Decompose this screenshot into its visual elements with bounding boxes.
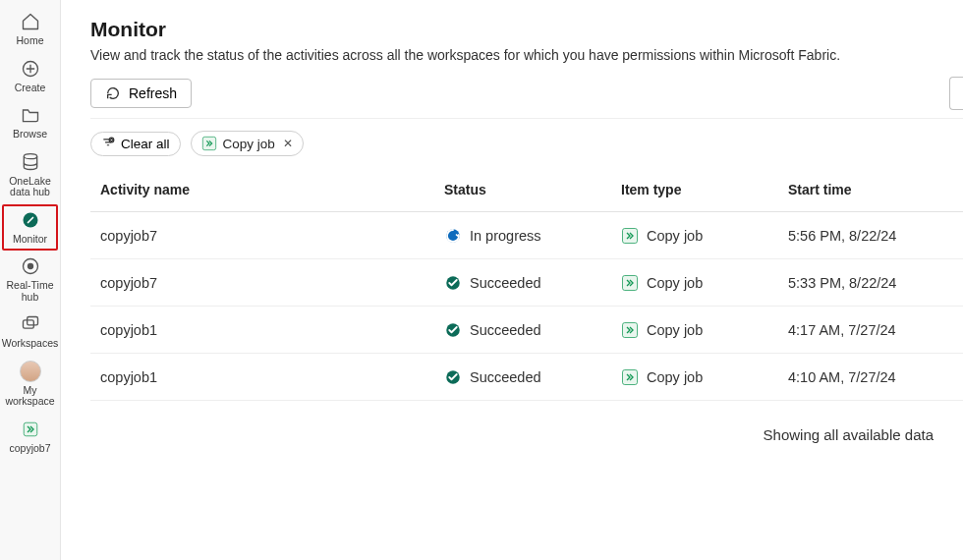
table-footer-note: Showing all available data bbox=[90, 426, 934, 443]
in-progress-icon bbox=[444, 227, 462, 245]
toolbar: Refresh bbox=[90, 77, 963, 118]
svg-point-4 bbox=[28, 264, 32, 269]
activities-table: Activity name Status Item type Start tim… bbox=[90, 174, 963, 401]
page-subtitle: View and track the status of the activit… bbox=[90, 47, 963, 63]
refresh-icon bbox=[105, 85, 121, 101]
table-row[interactable]: copyjob7SucceededCopy job5:33 PM, 8/22/2… bbox=[90, 259, 963, 307]
database-icon bbox=[19, 150, 42, 174]
succeeded-icon bbox=[444, 321, 462, 339]
column-item-type[interactable]: Item type bbox=[611, 182, 778, 197]
svg-point-1 bbox=[24, 153, 36, 158]
svg-rect-5 bbox=[23, 320, 33, 328]
sidebar-item-label: My workspace bbox=[0, 385, 60, 408]
folder-icon bbox=[19, 103, 42, 127]
item-type-text: Copy job bbox=[647, 322, 703, 338]
copy-job-icon bbox=[621, 274, 639, 292]
cell-status: Succeeded bbox=[434, 274, 611, 292]
sidebar-nav: Home Create Browse OneLake data hub Moni… bbox=[0, 0, 61, 560]
column-activity-name[interactable]: Activity name bbox=[90, 182, 434, 197]
succeeded-icon bbox=[444, 274, 462, 292]
cell-item-type: Copy job bbox=[611, 321, 778, 339]
realtime-icon bbox=[19, 254, 42, 278]
column-status[interactable]: Status bbox=[434, 182, 611, 197]
close-icon[interactable]: ✕ bbox=[281, 137, 293, 150]
copy-job-icon bbox=[621, 321, 639, 339]
item-type-text: Copy job bbox=[647, 228, 703, 244]
status-text: In progress bbox=[470, 228, 541, 244]
monitor-icon bbox=[19, 208, 42, 232]
copy-job-icon bbox=[19, 418, 42, 441]
sidebar-item-label: Real-Time hub bbox=[0, 280, 60, 303]
sidebar-item-onelake[interactable]: OneLake data hub bbox=[0, 146, 60, 204]
filter-row: Clear all Copy job ✕ bbox=[90, 131, 963, 156]
cell-activity-name: copyjob7 bbox=[90, 275, 434, 291]
toolbar-divider bbox=[90, 118, 963, 119]
item-type-text: Copy job bbox=[647, 275, 703, 291]
sidebar-item-monitor[interactable]: Monitor bbox=[2, 204, 58, 252]
table-body: copyjob7In progressCopy job5:56 PM, 8/22… bbox=[90, 212, 963, 401]
table-header-row: Activity name Status Item type Start tim… bbox=[90, 174, 963, 212]
table-row[interactable]: copyjob1SucceededCopy job4:10 AM, 7/27/2… bbox=[90, 354, 963, 401]
cell-start-time: 4:10 AM, 7/27/24 bbox=[778, 369, 963, 385]
clear-filter-icon bbox=[101, 137, 115, 150]
sidebar-item-label: Browse bbox=[13, 129, 47, 140]
home-icon bbox=[19, 10, 42, 33]
succeeded-icon bbox=[444, 368, 462, 386]
page-title: Monitor bbox=[90, 18, 963, 41]
sidebar-item-label: Create bbox=[15, 83, 46, 94]
copy-job-icon bbox=[201, 136, 217, 151]
sidebar-item-create[interactable]: Create bbox=[0, 53, 60, 100]
cell-activity-name: copyjob1 bbox=[90, 322, 434, 338]
cell-item-type: Copy job bbox=[611, 227, 778, 245]
filter-chip-label: Copy job bbox=[223, 137, 275, 151]
sidebar-item-my-workspace[interactable]: My workspace bbox=[0, 356, 60, 414]
cell-status: In progress bbox=[434, 227, 611, 245]
cell-start-time: 5:56 PM, 8/22/24 bbox=[778, 228, 963, 244]
refresh-button[interactable]: Refresh bbox=[90, 79, 192, 108]
status-text: Succeeded bbox=[470, 322, 541, 338]
column-start-time[interactable]: Start time bbox=[778, 182, 963, 197]
sidebar-item-label: copyjob7 bbox=[9, 443, 50, 455]
cell-status: Succeeded bbox=[434, 368, 611, 386]
sidebar-item-label: Home bbox=[16, 35, 43, 47]
cell-activity-name: copyjob7 bbox=[90, 228, 434, 244]
cell-status: Succeeded bbox=[434, 321, 611, 339]
sidebar-item-label: OneLake data hub bbox=[0, 176, 60, 198]
sidebar-item-label: Workspaces bbox=[2, 338, 59, 350]
cell-item-type: Copy job bbox=[611, 274, 778, 292]
main-content: Monitor View and track the status of the… bbox=[61, 0, 963, 560]
sidebar-item-copyjob7[interactable]: copyjob7 bbox=[0, 414, 60, 461]
avatar-icon bbox=[19, 360, 42, 383]
plus-circle-icon bbox=[19, 57, 42, 81]
svg-rect-6 bbox=[27, 317, 37, 325]
status-text: Succeeded bbox=[470, 369, 541, 385]
cell-start-time: 5:33 PM, 8/22/24 bbox=[778, 275, 963, 291]
status-text: Succeeded bbox=[470, 275, 541, 291]
cell-activity-name: copyjob1 bbox=[90, 369, 434, 385]
sidebar-item-home[interactable]: Home bbox=[0, 6, 60, 53]
toolbar-overflow-stub[interactable] bbox=[949, 77, 963, 110]
filter-chip-copy-job[interactable]: Copy job ✕ bbox=[191, 131, 304, 156]
sidebar-item-workspaces[interactable]: Workspaces bbox=[0, 308, 60, 356]
copy-job-icon bbox=[621, 227, 639, 245]
copy-job-icon bbox=[621, 368, 639, 386]
sidebar-item-label: Monitor bbox=[13, 234, 47, 246]
cell-start-time: 4:17 AM, 7/27/24 bbox=[778, 322, 963, 338]
sidebar-item-browse[interactable]: Browse bbox=[0, 99, 60, 146]
workspaces-icon bbox=[19, 312, 42, 336]
item-type-text: Copy job bbox=[647, 369, 703, 385]
refresh-label: Refresh bbox=[129, 85, 177, 101]
table-row[interactable]: copyjob7In progressCopy job5:56 PM, 8/22… bbox=[90, 212, 963, 259]
clear-all-label: Clear all bbox=[121, 137, 170, 151]
sidebar-item-realtime[interactable]: Real-Time hub bbox=[0, 251, 60, 308]
cell-item-type: Copy job bbox=[611, 368, 778, 386]
clear-all-button[interactable]: Clear all bbox=[90, 132, 181, 156]
table-row[interactable]: copyjob1SucceededCopy job4:17 AM, 7/27/2… bbox=[90, 307, 963, 354]
